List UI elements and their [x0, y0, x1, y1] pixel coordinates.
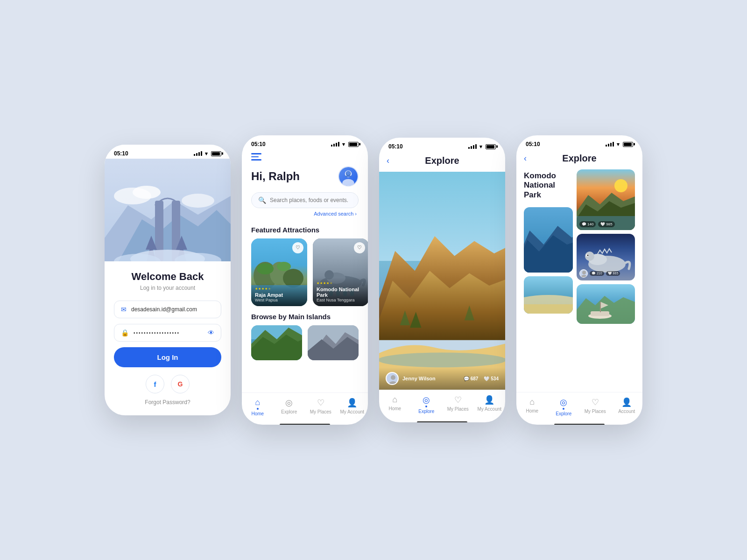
- active-dot-3: [425, 406, 427, 407]
- svg-point-59: [614, 179, 627, 192]
- card-subtitle-1: West Papua: [255, 298, 303, 302]
- svg-point-25: [257, 263, 274, 274]
- card-overlay-1: ★★★★★ Raja Ampat West Papua: [251, 283, 307, 306]
- login-button[interactable]: Log In: [114, 347, 221, 367]
- grid-img-sea[interactable]: [577, 284, 635, 324]
- comment-count-1: 140: [587, 222, 593, 226]
- featured-title: Featured Attractions: [242, 226, 368, 234]
- hamburger-menu[interactable]: [251, 153, 359, 161]
- chat-stat: 💬 687: [464, 376, 479, 381]
- grid-img-landscape[interactable]: 💬 140 🤍 985: [577, 169, 635, 230]
- phone-explore-detail: 05:10 ▾ ‹ Explore KomodoNation: [516, 135, 642, 425]
- nav-places-3[interactable]: ♡ My Places: [442, 395, 474, 414]
- card-title-1: Raja Ampat: [255, 292, 303, 298]
- stats-row: 💬 687 🤍 534: [464, 376, 499, 381]
- nav-places-2[interactable]: ♡ My Places: [305, 398, 337, 416]
- search-input[interactable]: [270, 197, 352, 203]
- svg-rect-19: [345, 175, 352, 177]
- account-icon-3: 👤: [484, 395, 494, 405]
- phone-login: 05:10 ▾: [105, 145, 231, 415]
- nav-home-label-4: Home: [526, 408, 538, 413]
- wifi-icon-4: ▾: [617, 141, 620, 147]
- nav-explore-4[interactable]: ◎ Explore: [548, 397, 580, 416]
- nav-account-label-3: My Account: [477, 406, 501, 412]
- search-bar[interactable]: 🔍: [251, 192, 359, 208]
- battery-icon-2: [348, 142, 359, 147]
- nav-account-4[interactable]: 👤 Account: [611, 397, 643, 416]
- avatar[interactable]: [338, 166, 359, 187]
- time-3: 05:10: [388, 143, 403, 150]
- signal-icon-2: [331, 142, 339, 147]
- google-login-button[interactable]: G: [171, 375, 190, 393]
- island-card-2[interactable]: [308, 325, 359, 360]
- islands-row: [242, 325, 368, 360]
- nav-home-3[interactable]: ⌂ Home: [379, 395, 411, 414]
- time-2: 05:10: [251, 141, 266, 147]
- status-bar-1: 05:10 ▾: [105, 145, 231, 159]
- heart-icon-1[interactable]: ♡: [292, 242, 303, 253]
- status-icons-3: ▾: [468, 144, 496, 150]
- explore-hero: Jenny Wilson 💬 687 🤍 534: [379, 172, 505, 390]
- card-title-2: Komodo National Park: [317, 287, 365, 298]
- account-icon: 👤: [347, 398, 357, 408]
- places-icon-3: ♡: [454, 395, 462, 405]
- card-komodo[interactable]: ♡ ★★★★★ Komodo National Park East Nusa T…: [313, 238, 368, 306]
- chevron-right-icon: ›: [355, 211, 357, 217]
- hero-illustration: [105, 159, 231, 261]
- landscape-svg: [379, 172, 505, 390]
- active-dot-4: [563, 408, 564, 410]
- home-indicator-4: [554, 424, 605, 425]
- nav-explore-2[interactable]: ◎ Explore: [274, 398, 305, 416]
- island-card-1[interactable]: [251, 325, 302, 360]
- heart-icon-2[interactable]: ♡: [354, 242, 365, 253]
- featured-cards: ♡ ★★★★★ Raja Ampat West Papua: [242, 238, 368, 306]
- password-input[interactable]: [134, 330, 208, 336]
- grid-img-mountain[interactable]: [524, 207, 573, 273]
- email-input[interactable]: [131, 306, 214, 313]
- nav-explore-label-2: Explore: [281, 409, 297, 414]
- wifi-icon: ▾: [205, 151, 208, 157]
- user-info: Jenny Wilson: [386, 372, 436, 385]
- chat-icon: 💬: [464, 376, 469, 381]
- svg-point-68: [587, 255, 589, 256]
- active-dot: [257, 408, 259, 410]
- home-icon-3: ⌂: [392, 395, 397, 405]
- time-4: 05:10: [526, 141, 540, 147]
- grid-img-iguana[interactable]: 💬 210 🤍 865: [577, 234, 635, 280]
- login-title: Welcome Back: [114, 271, 221, 283]
- nav-explore-3[interactable]: ◎ Explore: [411, 395, 443, 414]
- signal-icon-4: [606, 142, 614, 147]
- explore-icon-3: ◎: [423, 395, 430, 405]
- nav-home-4[interactable]: ⌂ Home: [516, 397, 548, 416]
- nav-account-label-4: Account: [618, 409, 635, 414]
- heart-stat-2: 🤍 865: [606, 271, 620, 276]
- nav-places-4[interactable]: ♡ My Places: [579, 397, 611, 416]
- nav-home-2[interactable]: ⌂ Home: [242, 398, 274, 416]
- battery-icon: [211, 151, 221, 156]
- status-icons-2: ▾: [331, 141, 359, 147]
- card-subtitle-2: East Nusa Tenggara: [317, 298, 365, 302]
- comment-stat-2: 💬 210: [590, 271, 604, 276]
- back-button-3[interactable]: ‹: [387, 156, 389, 166]
- home-header: Hi, Ralph: [242, 149, 368, 226]
- nav-explore-label-4: Explore: [556, 411, 571, 416]
- heart-icon-1a: 🤍: [600, 222, 605, 226]
- islands-title: Browse by Main Islands: [242, 313, 368, 321]
- back-button-4[interactable]: ‹: [524, 154, 527, 163]
- forgot-password-link[interactable]: Forgot Password?: [114, 399, 221, 406]
- nav-places-label-4: My Places: [585, 409, 606, 414]
- advanced-search-link[interactable]: Advanced search ›: [251, 211, 359, 217]
- password-field-container: 🔒 👁: [114, 324, 221, 342]
- time-1: 05:10: [114, 150, 128, 157]
- nav-account-2[interactable]: 👤 My Account: [337, 398, 368, 416]
- grid-img-beach[interactable]: [524, 276, 573, 314]
- nav-account-3[interactable]: 👤 My Account: [474, 395, 506, 414]
- home-indicator-3: [417, 421, 467, 422]
- signal-icon: [194, 151, 202, 156]
- status-bar-3: 05:10 ▾: [379, 138, 505, 152]
- eye-icon[interactable]: 👁: [208, 329, 214, 336]
- email-icon: ✉: [121, 306, 127, 313]
- card-raja-ampat[interactable]: ♡ ★★★★★ Raja Ampat West Papua: [251, 238, 307, 306]
- nav-account-label-2: My Account: [340, 409, 364, 414]
- facebook-login-button[interactable]: f: [146, 375, 164, 393]
